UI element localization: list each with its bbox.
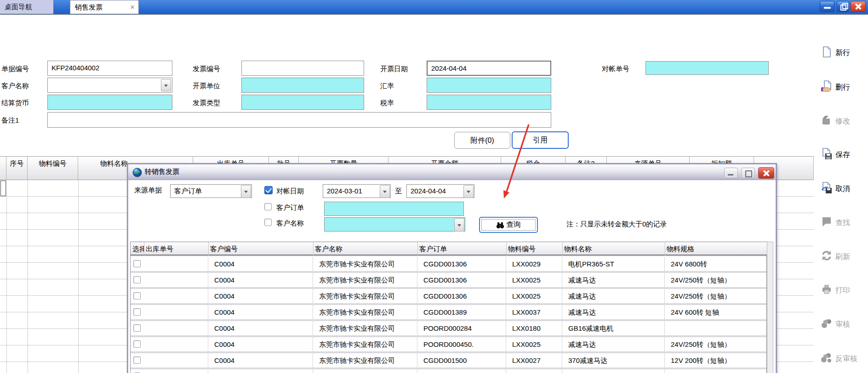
grid-header-cell[interactable]: 序号 (6, 156, 28, 180)
header-column-line (417, 242, 418, 256)
dialog-cell-spec: 24V 6800转 (665, 257, 767, 271)
dialog-col-header[interactable]: 客户订单 (417, 242, 506, 256)
dialog-cell-spec (665, 321, 767, 335)
customer-name-checkbox[interactable] (264, 219, 272, 226)
toolbar-item-label: 修改 (835, 117, 850, 126)
invoice-type-input[interactable] (241, 95, 364, 110)
find-icon (821, 216, 832, 230)
customer-order-input[interactable] (324, 202, 464, 216)
dialog-col-header[interactable]: 选择 (131, 242, 144, 256)
dialog-cell-customer-name (313, 369, 417, 373)
dialog-table-row[interactable]: C0004东莞市驰卡实业有限公司CGDD001306LXX0029电机PR365… (131, 257, 766, 271)
invoice-unit-label: 开票单位 (193, 82, 220, 91)
dialog-maximize-button[interactable] (741, 168, 755, 178)
dialog-titlebar[interactable]: 转销售发票 (128, 164, 776, 180)
dialog-col-header[interactable]: 客户编号 (208, 242, 313, 256)
header-column-line (665, 242, 665, 256)
toolbar-item-save[interactable]: 保存 (821, 148, 867, 161)
row-checkbox[interactable] (133, 324, 141, 332)
dialog-col-header[interactable]: 物料名称 (562, 242, 665, 256)
row-checkbox[interactable] (133, 292, 141, 300)
grid-header-cell[interactable]: 物料编号 (28, 156, 78, 180)
chevron-down-icon[interactable] (463, 185, 474, 198)
chevron-down-icon[interactable] (380, 185, 390, 198)
row-checkbox[interactable] (133, 260, 141, 267)
customer-name-combobox[interactable] (47, 78, 172, 93)
dialog-table-row[interactable] (131, 369, 766, 373)
invoice-date-input[interactable]: 2024-04-04 (427, 61, 551, 76)
toolbar-item-find: 查找 (821, 216, 867, 229)
tab-close-icon[interactable]: × (130, 0, 135, 14)
dialog-minimize-button[interactable] (724, 168, 738, 178)
dialog-table-row[interactable]: C0004东莞市驰卡实业有限公司CGDD001306LXX0025减速马达24V… (131, 273, 766, 287)
dialog-cell-material-name: 减速马达 (562, 273, 665, 287)
dialog-col-header[interactable]: 客户名称 (313, 242, 417, 256)
chevron-down-icon[interactable] (454, 218, 464, 232)
dialog-table-row[interactable]: C0004东莞市驰卡实业有限公司POORD000450.LXX0025减速马达2… (131, 337, 766, 351)
customer-order-checkbox[interactable] (264, 203, 272, 210)
window-minimize-button[interactable] (820, 1, 834, 12)
cancel-icon (821, 182, 832, 196)
attachment-button[interactable]: 附件(0) (454, 132, 510, 149)
dialog-table-row[interactable]: C0004东莞市驰卡实业有限公司CGDD001306LXX0025减速马达24V… (131, 289, 766, 303)
doc-no-input[interactable]: KFP240404002 (47, 61, 172, 76)
source-doc-combobox[interactable]: 客户订单 (170, 184, 252, 198)
dialog-cell-spec: 24V 600转 短轴 (665, 305, 767, 319)
toolbar-item-cancel[interactable]: 取消 (821, 182, 867, 195)
dialog-cell-spec (665, 369, 767, 373)
dialog-cell-customer-name: 东莞市驰卡实业有限公司 (313, 273, 417, 287)
tax-rate-input[interactable] (427, 95, 551, 110)
row-checkbox[interactable] (133, 356, 141, 364)
dialog-table-row[interactable]: C0004东莞市驰卡实业有限公司CGDD001389LXX0037减速马达24V… (131, 305, 766, 319)
dialog-customer-name-label: 客户名称 (276, 219, 304, 228)
dialog-cell-order-no: POORD000284 (417, 321, 506, 335)
dialog-col-header[interactable]: 物料编号 (506, 242, 562, 256)
dialog-cell-out-no (144, 353, 208, 367)
row-checkbox[interactable] (133, 340, 141, 348)
grid-header-cell[interactable] (0, 156, 6, 180)
dialog-close-button[interactable] (758, 167, 774, 179)
invoice-no-input[interactable] (241, 61, 364, 76)
dialog-cell-out-no (144, 337, 208, 351)
chevron-down-icon[interactable] (241, 185, 251, 198)
dialog-col-header[interactable]: 出库单号 (144, 242, 208, 256)
dialog-cell-out-no (144, 369, 208, 373)
exchange-rate-input[interactable] (427, 78, 551, 93)
row-checkbox[interactable] (133, 308, 141, 316)
statement-no-input[interactable] (645, 61, 769, 75)
toolbar-item-delete-row[interactable]: 删行 (821, 81, 867, 94)
query-button[interactable]: 查询 (479, 217, 538, 233)
dialog-col-header[interactable]: 物料规格 (665, 242, 767, 256)
dialog-customer-name-combobox[interactable] (324, 217, 465, 232)
toolbar-item-label: 刷新 (835, 252, 850, 262)
tab-desktop-nav[interactable]: 桌面导航 (0, 0, 53, 14)
toolbar-item-label: 新行 (835, 48, 850, 58)
dialog-cell-order-no: CGDD001389 (417, 305, 506, 319)
row-checkbox[interactable] (133, 276, 141, 283)
current-row-marker (0, 181, 6, 196)
invoice-unit-input[interactable] (241, 78, 364, 93)
remark1-input[interactable] (47, 112, 551, 128)
dialog-cell-spec: 24V/250转（短轴） (665, 337, 767, 351)
dialog-table-row[interactable]: C0004东莞市驰卡实业有限公司POORD000284LXX0180GB16减速… (131, 321, 766, 335)
window-close-button[interactable] (851, 1, 866, 12)
chevron-down-icon[interactable] (161, 79, 171, 91)
dialog-table-row[interactable]: C0004东莞市驰卡实业有限公司CGDD001500LXX0027370减速马达… (131, 353, 766, 367)
dialog-table-scrollbar[interactable] (767, 242, 773, 373)
refresh-icon (821, 250, 832, 264)
statement-date-checkbox[interactable] (264, 186, 273, 194)
window-restore-button[interactable] (837, 1, 849, 12)
audit-icon (821, 317, 832, 331)
reference-button[interactable]: 引用 (512, 131, 569, 149)
customer-order-label: 客户订单 (276, 203, 304, 212)
toolbar-item-new-row[interactable]: 新行 (821, 46, 867, 59)
dialog-cell-customer-name: 东莞市驰卡实业有限公司 (313, 289, 417, 303)
settle-currency-input[interactable] (47, 95, 172, 110)
tab-sales-invoice[interactable]: 销售发票 × (70, 0, 139, 14)
dialog-cell-order-no: CGDD001500 (417, 353, 506, 367)
dialog-cell-material-name: 减速马达 (562, 337, 665, 351)
dialog-cell-spec: 24V/250转（短轴） (665, 289, 767, 303)
dialog-cell-material-code (506, 369, 562, 373)
dialog-cell-material-code: LXX0025 (506, 337, 562, 351)
unaudit-icon (821, 352, 832, 366)
